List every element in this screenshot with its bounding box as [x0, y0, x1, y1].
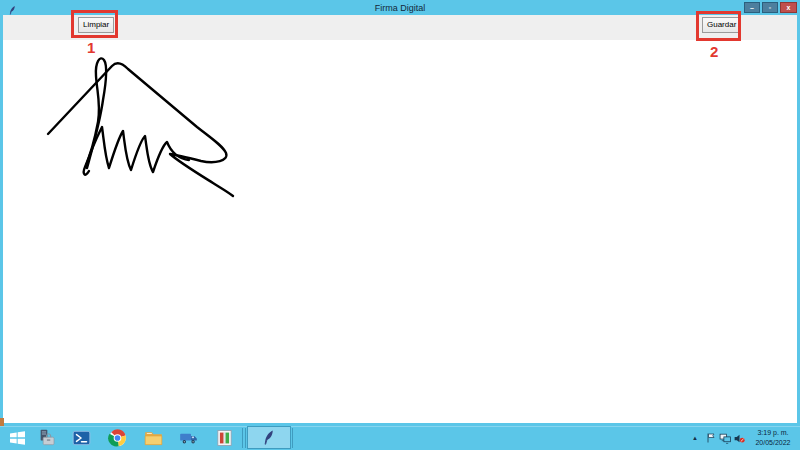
maximize-button[interactable]: ▫	[762, 2, 778, 13]
annotation-box-2	[696, 11, 741, 41]
truck-app-icon[interactable]	[178, 428, 199, 448]
taskbar-clock[interactable]: 3:19 p. m. 20/05/2022	[748, 428, 798, 448]
close-button[interactable]: x	[780, 2, 797, 13]
start-button[interactable]	[7, 428, 28, 448]
network-icon[interactable]	[719, 431, 732, 444]
clock-time: 3:19 p. m.	[748, 428, 798, 438]
annotation-number-2: 2	[710, 44, 718, 60]
minimize-button[interactable]: –	[744, 2, 760, 13]
desktop-wallpaper-sliver	[0, 418, 4, 426]
show-hidden-icons-button[interactable]: ▲	[692, 434, 698, 442]
taskbar-separator	[292, 428, 293, 448]
taskbar-separator	[245, 428, 246, 448]
toolbar-strip	[3, 15, 797, 40]
action-center-flag-icon[interactable]	[705, 430, 717, 444]
clock-date: 20/05/2022	[748, 438, 798, 448]
signature-canvas[interactable]	[3, 40, 797, 423]
powershell-icon[interactable]	[71, 428, 92, 448]
server-manager-icon[interactable]	[36, 428, 57, 448]
annotation-number-1: 1	[87, 40, 95, 56]
window-title: Firma Digital	[0, 1, 800, 15]
google-chrome-icon[interactable]	[107, 428, 128, 448]
colored-panes-app-icon[interactable]	[214, 428, 235, 448]
taskbar-separator	[242, 428, 243, 448]
active-task-python-app[interactable]	[247, 426, 291, 449]
file-explorer-icon[interactable]	[143, 428, 164, 448]
annotation-box-1	[71, 10, 118, 38]
volume-muted-icon[interactable]	[733, 431, 746, 444]
title-bar: Firma Digital – ▫ x	[0, 0, 800, 15]
